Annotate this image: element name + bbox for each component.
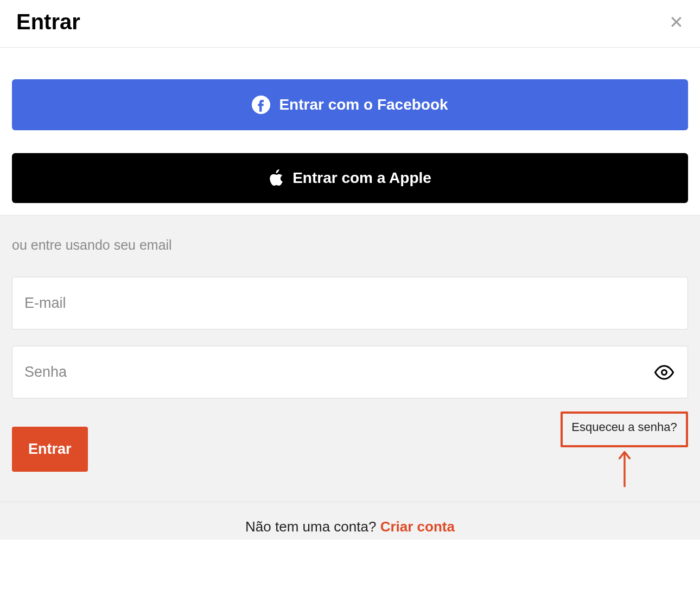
svg-point-1: [662, 370, 667, 375]
email-section-intro: ou entre usando seu email: [12, 237, 688, 253]
apple-login-button[interactable]: Entrar com a Apple: [12, 153, 688, 203]
toggle-password-visibility-button[interactable]: [652, 360, 676, 384]
facebook-login-label: Entrar com o Facebook: [279, 96, 448, 113]
apple-login-label: Entrar com a Apple: [292, 169, 431, 187]
email-field[interactable]: [12, 277, 688, 330]
submit-login-button[interactable]: Entrar: [12, 427, 88, 472]
arrow-up-icon: [561, 449, 688, 490]
password-input-wrap: [12, 346, 688, 398]
close-icon[interactable]: ✕: [669, 14, 684, 31]
forgot-password-box: Esqueceu a senha?: [561, 411, 688, 447]
email-login-section: ou entre usando seu email Entrar Esquece…: [0, 215, 700, 502]
apple-icon: [269, 169, 284, 187]
signup-prompt: Não tem uma conta?: [245, 518, 380, 535]
signup-footer: Não tem uma conta? Criar conta: [0, 502, 700, 540]
forgot-password-link[interactable]: Esqueceu a senha?: [571, 420, 677, 434]
login-header: Entrar ✕: [0, 0, 700, 48]
eye-icon: [654, 376, 674, 384]
social-login-section: Entrar com o Facebook Entrar com a Apple: [0, 48, 700, 215]
email-input-wrap: [12, 277, 688, 330]
facebook-icon: [252, 96, 270, 114]
create-account-link[interactable]: Criar conta: [380, 518, 455, 535]
facebook-login-button[interactable]: Entrar com o Facebook: [12, 79, 688, 130]
password-field[interactable]: [12, 346, 688, 398]
actions-row: Entrar Esqueceu a senha?: [12, 411, 688, 490]
page-title: Entrar: [16, 10, 80, 34]
forgot-password-highlight: Esqueceu a senha?: [561, 411, 688, 490]
